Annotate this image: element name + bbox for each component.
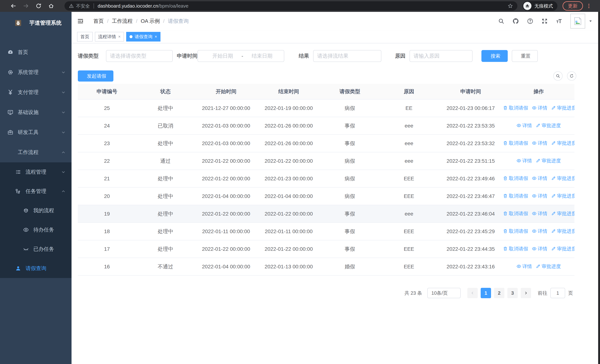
- detail-link[interactable]: 详情: [532, 210, 547, 217]
- sidebar-item-已办任务[interactable]: 已办任务: [0, 239, 72, 259]
- sidebar-item-请假查询[interactable]: 请假查询: [0, 259, 72, 278]
- action-label: 取消请假: [509, 105, 528, 111]
- tag-流程详情[interactable]: 流程详情×: [95, 32, 124, 42]
- table-search-button[interactable]: [553, 71, 562, 81]
- back-arrow-icon[interactable]: [10, 3, 16, 9]
- sidebar-item-label: 已办任务: [33, 246, 54, 253]
- cancel-link[interactable]: 取消请假: [503, 210, 528, 217]
- cell-reason: EEE: [379, 187, 438, 205]
- sidebar-item-支付管理[interactable]: 支付管理: [0, 82, 72, 102]
- detail-link[interactable]: 详情: [516, 263, 532, 270]
- progress-link[interactable]: 审批进度: [551, 228, 574, 234]
- font-size-icon[interactable]: [556, 18, 562, 24]
- next-page-button[interactable]: [521, 288, 531, 298]
- sidebar-item-首页[interactable]: 首页: [0, 42, 72, 62]
- progress-link[interactable]: 审批进度: [551, 246, 574, 252]
- caret-down-icon[interactable]: [589, 19, 593, 23]
- detail-link[interactable]: 详情: [532, 175, 547, 182]
- close-icon[interactable]: ×: [155, 34, 157, 39]
- warning-icon: [69, 3, 74, 8]
- end-date-input[interactable]: [244, 53, 280, 59]
- table-row: 19处理中2022-01-22 00:00:002022-01-22 00:00…: [78, 205, 574, 223]
- eye-icon: [532, 229, 537, 233]
- reason-input[interactable]: [413, 53, 469, 59]
- reset-button[interactable]: 重置: [512, 50, 538, 62]
- cell-reason: EE: [379, 99, 438, 117]
- sidebar-item-研发工具[interactable]: 研发工具: [0, 122, 72, 142]
- detail-link[interactable]: 详情: [516, 158, 532, 164]
- table-row: 16不通过2022-01-04 00:00:002022-01-13 00:00…: [78, 258, 574, 275]
- cell-end: 2022-01-04 00:00:00: [257, 187, 320, 205]
- sidebar-fold-icon[interactable]: [77, 18, 84, 24]
- breadcrumb-item[interactable]: 首页: [94, 18, 104, 25]
- sidebar-item-流程管理[interactable]: 流程管理: [0, 162, 72, 182]
- progress-link[interactable]: 审批进度: [551, 210, 574, 217]
- progress-link[interactable]: 审批进度: [536, 263, 561, 270]
- sidebar-item-系统管理[interactable]: 系统管理: [0, 62, 72, 82]
- table-refresh-button[interactable]: [567, 71, 576, 81]
- tag-请假查询[interactable]: 请假查询×: [126, 32, 160, 42]
- bookmark-star-icon[interactable]: [508, 3, 513, 9]
- cancel-link[interactable]: 取消请假: [503, 105, 528, 111]
- prev-page-button[interactable]: [467, 288, 478, 298]
- breadcrumb-item[interactable]: OA 示例: [141, 18, 160, 25]
- progress-link[interactable]: 审批进度: [551, 105, 574, 111]
- result-select[interactable]: 请选择流结果: [313, 50, 381, 62]
- progress-link[interactable]: 审批进度: [536, 158, 561, 164]
- progress-link[interactable]: 审批进度: [551, 175, 574, 182]
- leave-table: 申请编号状态开始时间结束时间请假类型原因申请时间操作 25处理中2021-12-…: [78, 84, 574, 276]
- apply-time-range[interactable]: -: [197, 50, 284, 62]
- question-icon[interactable]: [527, 18, 533, 24]
- browser-scrollbar[interactable]: [598, 12, 600, 364]
- reload-icon[interactable]: [36, 3, 41, 9]
- cancel-link[interactable]: 取消请假: [503, 246, 528, 252]
- detail-link[interactable]: 详情: [532, 105, 547, 111]
- sidebar-item-任务管理[interactable]: 任务管理: [0, 182, 72, 201]
- page-button-1[interactable]: 1: [481, 288, 491, 298]
- tag-首页[interactable]: 首页: [77, 32, 93, 42]
- start-date-input[interactable]: [205, 53, 241, 59]
- detail-link[interactable]: 详情: [532, 228, 547, 234]
- close-icon[interactable]: ×: [118, 34, 121, 39]
- sidebar-header[interactable]: 芋道管理系统: [0, 12, 72, 34]
- search-button[interactable]: 搜索: [481, 50, 508, 62]
- detail-link[interactable]: 详情: [532, 246, 547, 252]
- progress-link[interactable]: 审批进度: [551, 140, 574, 146]
- cell-end: 2022-01-26 00:00:00: [257, 117, 320, 135]
- avatar[interactable]: [570, 14, 585, 28]
- address-bar[interactable]: 不安全 dashboard.yudao.iocoder.cn/bpm/oa/le…: [65, 1, 517, 10]
- page-button-3[interactable]: 3: [507, 288, 518, 298]
- page-button-2[interactable]: 2: [494, 288, 504, 298]
- create-leave-button[interactable]: 发起请假: [78, 70, 113, 82]
- forward-arrow-icon[interactable]: [23, 3, 29, 9]
- cancel-link[interactable]: 取消请假: [503, 140, 528, 146]
- cancel-link[interactable]: 取消请假: [503, 228, 528, 234]
- column-header: 申请时间: [438, 84, 503, 99]
- fullscreen-icon[interactable]: [542, 18, 548, 24]
- yen-icon: [7, 89, 13, 95]
- page-size-select[interactable]: 10条/页: [427, 288, 461, 298]
- detail-link[interactable]: 详情: [532, 193, 547, 199]
- leave-type-select[interactable]: 请选择请假类型: [106, 50, 173, 62]
- github-icon[interactable]: [513, 18, 519, 24]
- detail-link[interactable]: 详情: [532, 140, 547, 146]
- breadcrumb-separator: /: [107, 18, 109, 24]
- progress-link[interactable]: 审批进度: [536, 122, 561, 129]
- search-icon[interactable]: [498, 18, 504, 24]
- cell-actions: 取消请假详情审批进度: [503, 99, 574, 117]
- home-icon[interactable]: [48, 3, 54, 9]
- progress-link[interactable]: 审批进度: [551, 193, 574, 199]
- cancel-link[interactable]: 取消请假: [503, 175, 528, 182]
- breadcrumb-item[interactable]: 工作流程: [112, 18, 133, 25]
- goto-page-input[interactable]: [550, 288, 565, 298]
- browser-update-button[interactable]: 更新: [562, 1, 583, 10]
- browser-menu-icon[interactable]: [586, 3, 592, 9]
- sidebar-item-基础设施[interactable]: 基础设施: [0, 102, 72, 122]
- sidebar-item-待办任务[interactable]: 待办任务: [0, 220, 72, 239]
- detail-link[interactable]: 详情: [516, 122, 532, 129]
- sidebar-item-工作流程[interactable]: 工作流程: [0, 142, 72, 162]
- eye-icon: [532, 211, 537, 216]
- tag-label: 请假查询: [135, 34, 152, 40]
- cancel-link[interactable]: 取消请假: [503, 193, 528, 199]
- sidebar-item-我的流程[interactable]: 我的流程: [0, 201, 72, 220]
